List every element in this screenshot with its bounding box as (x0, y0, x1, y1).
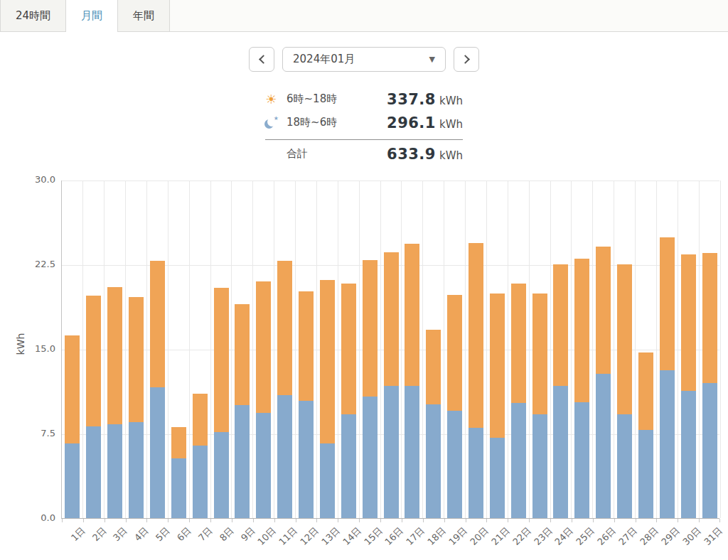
bar-segment-day[interactable] (193, 394, 208, 446)
bar-segment-night[interactable] (638, 430, 653, 518)
bar-segment-day[interactable] (65, 335, 80, 443)
bar-segment-night[interactable] (65, 443, 80, 518)
bar-segment-day[interactable] (299, 291, 314, 401)
bar-segment-day[interactable] (469, 243, 483, 428)
bar-27日[interactable] (617, 264, 632, 518)
bar-19日[interactable] (447, 295, 462, 518)
bar-28日[interactable] (638, 352, 653, 518)
bar-segment-day[interactable] (107, 287, 122, 425)
bar-segment-night[interactable] (256, 413, 271, 518)
bar-segment-day[interactable] (702, 253, 717, 382)
bar-segment-night[interactable] (447, 411, 462, 518)
bar-segment-night[interactable] (320, 443, 335, 518)
bar-segment-day[interactable] (511, 284, 526, 403)
bar-segment-night[interactable] (681, 391, 696, 518)
bar-segment-night[interactable] (490, 438, 505, 518)
prev-month-button[interactable] (249, 47, 274, 72)
bar-segment-night[interactable] (277, 395, 292, 518)
bar-segment-day[interactable] (235, 304, 250, 406)
bar-segment-night[interactable] (511, 403, 526, 518)
bar-segment-night[interactable] (107, 424, 122, 518)
bar-2日[interactable] (86, 296, 101, 518)
bar-segment-night[interactable] (171, 458, 186, 518)
bar-segment-day[interactable] (320, 280, 335, 443)
bar-1日[interactable] (65, 335, 80, 518)
bar-14日[interactable] (341, 284, 356, 518)
tab-monthly[interactable]: 月間 (66, 0, 118, 31)
tab-24hours[interactable]: 24時間 (0, 0, 66, 31)
bar-segment-day[interactable] (574, 259, 589, 402)
bar-segment-night[interactable] (235, 405, 250, 518)
bar-segment-day[interactable] (171, 427, 186, 458)
bar-segment-day[interactable] (596, 247, 611, 374)
bar-17日[interactable] (405, 244, 419, 518)
bar-segment-night[interactable] (553, 386, 568, 518)
bar-segment-night[interactable] (129, 422, 144, 518)
bar-12日[interactable] (299, 291, 314, 518)
bar-segment-day[interactable] (447, 295, 462, 411)
bar-segment-day[interactable] (638, 352, 653, 430)
bar-13日[interactable] (320, 280, 335, 518)
bar-segment-day[interactable] (129, 297, 144, 422)
bar-segment-night[interactable] (193, 446, 208, 518)
bar-segment-night[interactable] (469, 428, 483, 518)
bar-18日[interactable] (426, 330, 441, 518)
tab-yearly[interactable]: 年間 (118, 0, 170, 31)
bar-22日[interactable] (511, 284, 526, 518)
bar-29日[interactable] (660, 237, 675, 518)
bar-segment-night[interactable] (405, 386, 419, 518)
bar-segment-day[interactable] (426, 330, 441, 404)
bar-5日[interactable] (150, 261, 165, 518)
bar-16日[interactable] (384, 252, 399, 518)
bar-segment-night[interactable] (596, 374, 611, 518)
bar-15日[interactable] (363, 260, 378, 518)
bar-segment-night[interactable] (341, 414, 356, 518)
bar-segment-night[interactable] (299, 401, 314, 518)
bar-segment-night[interactable] (660, 370, 675, 518)
next-month-button[interactable] (454, 47, 479, 72)
bar-segment-night[interactable] (617, 414, 632, 518)
bar-segment-day[interactable] (150, 261, 165, 387)
bar-11日[interactable] (277, 261, 292, 518)
bar-24日[interactable] (553, 264, 568, 518)
bar-26日[interactable] (596, 247, 611, 518)
bar-segment-night[interactable] (532, 414, 547, 518)
bar-segment-day[interactable] (384, 252, 399, 387)
bar-segment-night[interactable] (363, 397, 378, 518)
bar-7日[interactable] (193, 394, 208, 518)
bar-segment-day[interactable] (617, 264, 632, 414)
bar-23日[interactable] (532, 294, 547, 518)
bar-21日[interactable] (490, 294, 505, 518)
bar-segment-day[interactable] (660, 237, 675, 370)
plot-area[interactable]: 1日2日3日4日5日6日7日8日9日10日11日12日13日14日15日16日1… (61, 181, 719, 519)
bar-31日[interactable] (702, 253, 717, 518)
bar-25日[interactable] (574, 259, 589, 518)
bar-segment-day[interactable] (490, 294, 505, 438)
bar-segment-night[interactable] (214, 432, 229, 518)
bar-8日[interactable] (214, 288, 229, 518)
bar-segment-night[interactable] (426, 404, 441, 518)
month-select-dropdown[interactable]: 2024年01月 ▼ (282, 47, 446, 72)
bar-20日[interactable] (469, 243, 483, 518)
bar-10日[interactable] (256, 281, 271, 518)
bar-segment-day[interactable] (277, 261, 292, 395)
bar-segment-day[interactable] (214, 288, 229, 432)
bar-segment-day[interactable] (405, 244, 419, 386)
bar-segment-day[interactable] (553, 264, 568, 386)
bar-3日[interactable] (107, 287, 122, 518)
bar-segment-night[interactable] (86, 426, 101, 518)
bar-segment-day[interactable] (256, 281, 271, 414)
bar-4日[interactable] (129, 297, 144, 518)
bar-segment-night[interactable] (150, 387, 165, 518)
bar-segment-day[interactable] (86, 296, 101, 426)
bar-segment-day[interactable] (532, 294, 547, 414)
bar-30日[interactable] (681, 254, 696, 518)
bar-segment-day[interactable] (341, 284, 356, 414)
bar-segment-night[interactable] (384, 386, 399, 518)
bar-segment-day[interactable] (681, 254, 696, 391)
bar-segment-day[interactable] (363, 260, 378, 397)
bar-6日[interactable] (171, 427, 186, 519)
bar-9日[interactable] (235, 304, 250, 518)
bar-segment-night[interactable] (574, 402, 589, 518)
bar-segment-night[interactable] (702, 383, 717, 518)
